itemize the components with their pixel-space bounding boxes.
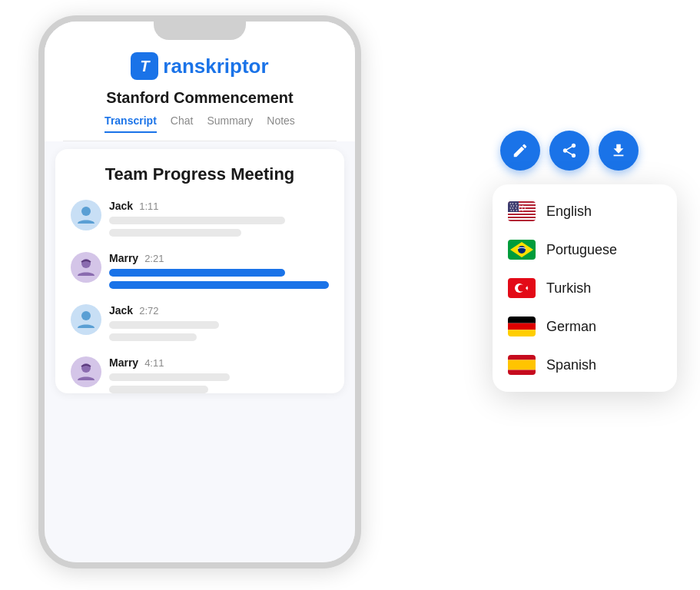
text-bar — [109, 373, 230, 381]
row-meta: Jack 2:72 — [109, 304, 329, 317]
speaker-time: 2:72 — [139, 305, 158, 317]
text-bar — [109, 321, 219, 329]
row-info: Jack 1:11 — [109, 200, 329, 237]
language-option-portuguese[interactable]: Portuguese — [493, 230, 677, 269]
tab-chat[interactable]: Chat — [171, 114, 194, 133]
share-button[interactable] — [549, 131, 589, 171]
row-info: Jack 2:72 — [109, 304, 329, 341]
row-info: Marry 2:21 — [109, 252, 329, 289]
svg-point-21 — [518, 285, 525, 292]
row-meta: Marry 4:11 — [109, 356, 329, 369]
language-dropdown: ★ ★ ★ ★ ★ ★ ★ ★ ★ ★ ★ ★ ★ ★ ★ ★ ★ ★ ★ ★ … — [493, 184, 677, 392]
svg-rect-24 — [508, 317, 536, 323]
svg-rect-28 — [508, 360, 536, 370]
language-name-portuguese: Portuguese — [546, 242, 617, 258]
table-row: Marry 4:11 — [71, 356, 329, 393]
phone-notch — [154, 22, 246, 40]
svg-rect-25 — [508, 323, 536, 330]
language-option-turkish[interactable]: Turkish — [493, 269, 677, 307]
text-bar — [109, 217, 285, 224]
text-bar — [109, 269, 285, 277]
text-bar — [109, 333, 197, 341]
language-name-english: English — [546, 204, 592, 220]
table-row: Marry 2:21 — [71, 252, 329, 289]
avatar — [71, 304, 101, 335]
tabs-bar: Transcript Chat Summary Notes — [63, 114, 337, 141]
avatar — [71, 200, 101, 230]
flag-de — [508, 317, 536, 336]
logo-area: T ranskriptor — [63, 52, 337, 80]
svg-rect-9 — [508, 215, 536, 217]
speaker-time: 4:11 — [144, 357, 164, 369]
language-name-german: German — [546, 319, 596, 335]
edit-button[interactable] — [500, 131, 540, 171]
table-row: Jack 2:72 — [71, 304, 329, 341]
speaker-name: Marry — [109, 252, 138, 264]
language-option-german[interactable]: German — [493, 307, 677, 346]
flag-br — [508, 240, 536, 260]
svg-rect-27 — [508, 355, 536, 360]
table-row: Jack 1:11 — [71, 200, 329, 237]
text-bars — [109, 373, 329, 393]
text-bar — [109, 386, 208, 393]
phone-inner: T ranskriptor Stanford Commencement Tran… — [45, 22, 355, 562]
speaker-name: Jack — [109, 200, 133, 212]
logo-letter: T — [140, 58, 149, 75]
phone-content: Team Progress Meeting Jack 1:11 — [55, 149, 344, 393]
meeting-title: Team Progress Meeting — [71, 164, 329, 184]
svg-rect-8 — [508, 212, 536, 214]
action-buttons — [500, 131, 639, 171]
text-bars — [109, 217, 329, 237]
svg-point-2 — [81, 311, 91, 320]
download-button[interactable] — [599, 131, 639, 171]
avatar — [71, 252, 101, 283]
language-option-spanish[interactable]: Spanish — [493, 346, 677, 384]
text-bars — [109, 321, 329, 341]
svg-point-0 — [81, 207, 91, 216]
language-option-english[interactable]: ★ ★ ★ ★ ★ ★ ★ ★ ★ ★ ★ ★ ★ ★ ★ ★ ★ ★ ★ ★ … — [493, 192, 677, 230]
text-bar — [109, 229, 241, 237]
flag-es — [508, 355, 536, 375]
row-meta: Jack 1:11 — [109, 200, 329, 212]
tab-notes[interactable]: Notes — [267, 114, 295, 133]
tab-transcript[interactable]: Transcript — [105, 114, 157, 133]
speaker-time: 1:11 — [139, 201, 158, 212]
scene: T ranskriptor Stanford Commencement Tran… — [0, 0, 700, 590]
speaker-name: Marry — [109, 356, 138, 369]
language-name-spanish: Spanish — [546, 357, 596, 373]
flag-us: ★ ★ ★ ★ ★ ★ ★ ★ ★ ★ ★ ★ ★ ★ ★ ★ ★ ★ ★ ★ … — [508, 201, 536, 221]
tab-summary[interactable]: Summary — [207, 114, 253, 133]
logo-text: ranskriptor — [163, 55, 268, 78]
flag-tr — [508, 278, 536, 298]
logo-icon: T — [131, 52, 158, 80]
speaker-name: Jack — [109, 304, 133, 317]
speaker-time: 2:21 — [144, 253, 164, 264]
text-bars — [109, 269, 329, 289]
svg-point-18 — [518, 246, 526, 254]
app-title: Stanford Commencement — [63, 89, 337, 107]
avatar — [71, 356, 101, 387]
row-meta: Marry 2:21 — [109, 252, 329, 264]
svg-rect-26 — [508, 330, 536, 336]
svg-rect-29 — [508, 370, 536, 376]
svg-text:★ ★ ★ ★ ★: ★ ★ ★ ★ ★ — [510, 209, 524, 212]
svg-rect-10 — [508, 218, 536, 220]
phone-shell: T ranskriptor Stanford Commencement Tran… — [38, 15, 361, 568]
row-info: Marry 4:11 — [109, 356, 329, 393]
text-bar — [109, 281, 329, 289]
language-name-turkish: Turkish — [546, 280, 591, 297]
